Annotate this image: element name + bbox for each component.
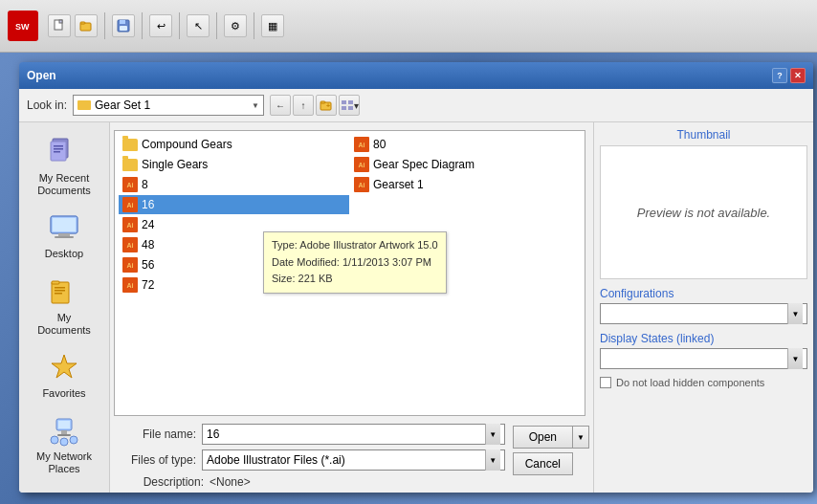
save-button[interactable] [112, 14, 135, 37]
file-name: 72 [142, 278, 154, 292]
svg-rect-33 [58, 421, 70, 428]
extras-button[interactable]: ▦ [261, 14, 284, 37]
filename-dropdown-arrow[interactable]: ▼ [485, 424, 500, 445]
new-button[interactable] [48, 14, 71, 37]
up-button[interactable]: ↑ [293, 95, 314, 116]
hidden-components-row: Do not load hidden components [600, 377, 807, 388]
configurations-arrow[interactable]: ▼ [787, 303, 803, 324]
list-item [350, 195, 581, 214]
list-item[interactable]: Ai Gear Spec Diagram [350, 155, 581, 174]
svg-rect-30 [55, 293, 62, 295]
configurations-label: Configurations [600, 287, 807, 300]
svg-rect-10 [320, 101, 325, 103]
back-button[interactable]: ← [270, 95, 291, 116]
list-item[interactable]: Ai 16 [119, 195, 349, 214]
open-dropdown-button[interactable]: ▼ [572, 426, 589, 449]
dialog-titlebar: Open ? ✕ [19, 62, 813, 89]
cancel-button[interactable]: Cancel [513, 452, 573, 475]
form-fields: File name: 16 ▼ Files of type: Adobe Ill… [110, 424, 505, 493]
filetype-dropdown-arrow[interactable]: ▼ [485, 449, 500, 471]
folder-icon [122, 159, 138, 171]
lookin-dropdown-arrow: ▼ [252, 101, 259, 110]
svg-point-38 [70, 436, 77, 444]
svg-text:SW: SW [15, 22, 30, 32]
ai-icon: Ai [122, 277, 138, 293]
file-browser: Compound Gears Ai 80 Single Gears Ai [114, 130, 585, 416]
tooltip-size: Size: 221 KB [272, 271, 438, 288]
list-item[interactable]: Single Gears [119, 155, 349, 174]
thumbnail-label: Thumbnail [600, 128, 807, 142]
tooltip-date: Date Modified: 1/11/2013 3:07 PM [272, 254, 438, 272]
svg-rect-25 [53, 218, 76, 231]
recent-docs-icon [47, 135, 81, 169]
sidebar-item-network[interactable]: My Network Places [26, 408, 102, 480]
svg-point-36 [51, 436, 58, 444]
description-row: Description: <None> [110, 475, 505, 493]
my-docs-label: My Documents [32, 312, 97, 337]
display-states-label: Display States (linked) [600, 332, 807, 345]
gear-button[interactable]: ⚙ [224, 14, 247, 37]
list-item[interactable]: Ai Gearset 1 [350, 175, 581, 194]
toolbar: SW ↩ ↖ ⚙ ▦ [0, 0, 817, 53]
display-states-arrow[interactable]: ▼ [787, 348, 803, 369]
help-button[interactable]: ? [772, 68, 787, 83]
lookin-folder-icon [77, 100, 91, 110]
sidebar-item-favorites[interactable]: Favorites [26, 345, 102, 405]
description-value: <None> [210, 475, 251, 489]
svg-rect-24 [55, 236, 74, 238]
ai-icon: Ai [122, 177, 138, 192]
list-item[interactable]: Compound Gears [119, 135, 349, 154]
network-label: My Network Places [32, 450, 97, 475]
favorites-icon [47, 350, 81, 384]
configurations-combo[interactable]: ▼ [600, 303, 807, 324]
right-panel: Thumbnail Preview is not available. Conf… [593, 122, 813, 493]
file-name: 24 [142, 218, 154, 231]
sidebar-item-recent[interactable]: My Recent Documents [26, 130, 102, 202]
my-docs-icon [47, 274, 81, 309]
dialog-close-button[interactable]: ✕ [790, 68, 806, 83]
filename-value: 16 [207, 427, 219, 441]
desktop-label: Desktop [45, 248, 83, 260]
display-states-combo[interactable]: ▼ [600, 348, 807, 369]
toolbar-divider-1 [104, 12, 105, 39]
cursor-button[interactable]: ↖ [187, 14, 210, 37]
open-toolbar-button[interactable] [75, 14, 98, 37]
svg-rect-13 [348, 100, 353, 104]
filetype-input[interactable]: Adobe Illustrator Files (*.ai) ▼ [202, 449, 505, 471]
svg-rect-8 [120, 26, 127, 31]
lookin-combo[interactable]: Gear Set 1 ▼ [73, 95, 264, 116]
preview-text: Preview is not available. [637, 206, 770, 220]
sidebar-item-my-docs[interactable]: My Documents [26, 270, 102, 341]
open-button[interactable]: Open [513, 426, 572, 449]
list-item[interactable]: Ai 8 [119, 175, 349, 194]
new-folder-button[interactable]: + [316, 95, 337, 116]
description-label: Description: [118, 475, 204, 489]
ai-icon: Ai [122, 197, 138, 212]
toolbar-divider-2 [142, 12, 143, 39]
desktop-icon [47, 210, 81, 245]
toolbar-divider-4 [216, 12, 217, 39]
dialog-title: Open [27, 69, 56, 82]
svg-text:+: + [326, 102, 330, 109]
hidden-components-checkbox[interactable] [600, 377, 611, 388]
undo-button[interactable]: ↩ [149, 14, 172, 37]
recent-docs-label: My Recent Documents [32, 172, 97, 197]
svg-rect-15 [348, 106, 353, 110]
file-name: 16 [142, 198, 154, 211]
svg-rect-14 [342, 106, 346, 110]
svg-rect-19 [54, 148, 63, 150]
favorites-label: Favorites [42, 387, 85, 400]
list-item[interactable]: Ai 80 [350, 135, 581, 154]
filename-label: File name: [110, 427, 196, 441]
svg-point-37 [60, 438, 68, 446]
ai-icon: Ai [122, 257, 138, 273]
svg-rect-34 [61, 430, 67, 434]
view-menu-button[interactable]: ▾ [339, 95, 360, 116]
hidden-components-label: Do not load hidden components [616, 377, 764, 388]
filename-input[interactable]: 16 ▼ [202, 424, 505, 445]
sidebar-item-desktop[interactable]: Desktop [26, 206, 102, 265]
file-name: Gear Spec Diagram [373, 158, 475, 171]
lookin-bar: Look in: Gear Set 1 ▼ ← ↑ + ▾ [19, 89, 813, 122]
svg-rect-29 [55, 290, 65, 292]
ai-icon: Ai [354, 137, 369, 152]
